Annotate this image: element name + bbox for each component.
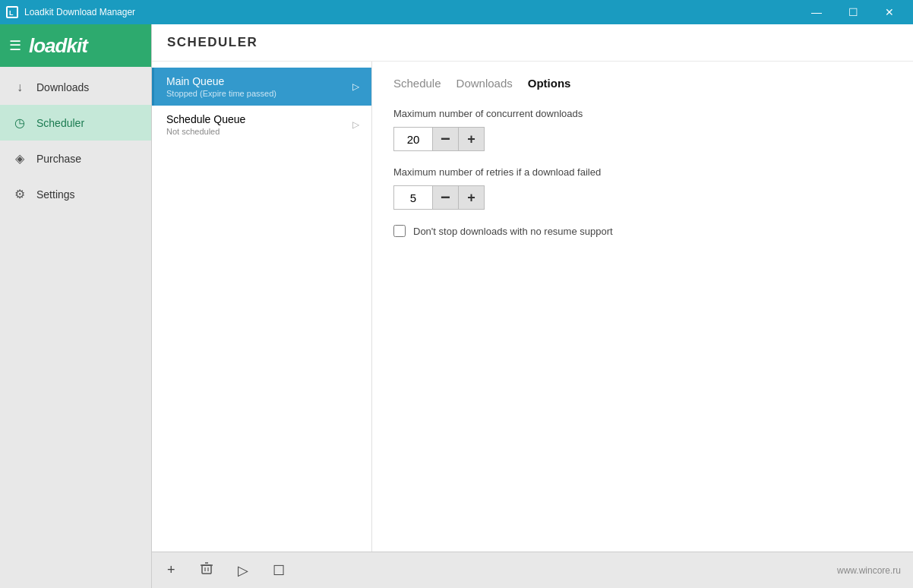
retries-increment-button[interactable]: +	[459, 185, 485, 210]
queue-panel: Main Queue Stopped (Expire time passed) …	[152, 62, 372, 552]
queue-item-info-schedule: Schedule Queue Not scheduled	[166, 113, 352, 136]
tab-downloads[interactable]: Downloads	[456, 77, 513, 93]
sidebar-item-downloads[interactable]: ↓ Downloads	[0, 70, 151, 105]
queue-item-main[interactable]: Main Queue Stopped (Expire time passed) …	[152, 68, 371, 106]
queue-item-name-schedule: Schedule Queue	[166, 113, 352, 125]
stop-button[interactable]: ☐	[270, 558, 288, 582]
logo-text: loadkit	[29, 34, 87, 58]
queue-item-status-main: Stopped (Expire time passed)	[166, 89, 352, 98]
tab-schedule[interactable]: Schedule	[393, 77, 441, 93]
svg-text:L: L	[9, 9, 14, 17]
retries-counter: − +	[393, 185, 892, 210]
titlebar: L Loadkit Download Manager — ☐ ✕	[0, 0, 913, 24]
toolbar-left: + ▷ ☐	[164, 558, 288, 582]
no-resume-row: Don't stop downloads with no resume supp…	[393, 225, 892, 237]
sidebar-label-settings: Settings	[36, 188, 75, 201]
queue-item-arrow-main: ▷	[352, 81, 359, 92]
options-panel: Maximum number of concurrent downloads −…	[393, 108, 892, 237]
sidebar-item-settings[interactable]: ⚙ Settings	[0, 176, 151, 212]
settings-icon: ⚙	[12, 187, 27, 201]
queue-item-name-main: Main Queue	[166, 75, 352, 87]
no-resume-checkbox[interactable]	[393, 225, 406, 237]
retries-input[interactable]	[393, 185, 433, 210]
concurrent-increment-button[interactable]: +	[459, 127, 485, 151]
retries-decrement-button[interactable]: −	[433, 185, 459, 210]
concurrent-decrement-button[interactable]: −	[433, 127, 459, 151]
retries-label: Maximum number of retries if a download …	[393, 166, 892, 178]
purchase-icon: ◈	[12, 151, 27, 166]
page-title: SCHEDULER	[167, 35, 257, 49]
add-button[interactable]: +	[164, 558, 178, 582]
hamburger-icon[interactable]: ☰	[9, 37, 21, 54]
sidebar-label-scheduler: Scheduler	[36, 117, 84, 129]
sidebar-header: ☰ loadkit	[0, 24, 151, 67]
sidebar: ☰ loadkit ↓ Downloads ◷ Scheduler ◈ Purc…	[0, 24, 152, 588]
watermark: www.wincore.ru	[837, 565, 901, 576]
queue-item-status-schedule: Not scheduled	[166, 127, 352, 136]
app-icon: L	[6, 6, 18, 18]
detail-panel: Schedule Downloads Options Maximum numbe…	[372, 62, 913, 552]
bottom-toolbar: + ▷ ☐ www.wincore.ru	[152, 552, 913, 588]
scheduler-icon: ◷	[12, 115, 27, 130]
queue-item-info-main: Main Queue Stopped (Expire time passed)	[166, 75, 352, 98]
delete-button[interactable]	[197, 558, 216, 582]
concurrent-counter: − +	[393, 127, 892, 151]
concurrent-input[interactable]	[393, 127, 433, 151]
tab-options[interactable]: Options	[528, 77, 571, 93]
content-body: Main Queue Stopped (Expire time passed) …	[152, 62, 913, 552]
main-content: SCHEDULER Main Queue Stopped (Expire tim…	[152, 24, 913, 588]
downloads-icon: ↓	[12, 81, 27, 94]
svg-rect-2	[202, 565, 211, 574]
concurrent-label: Maximum number of concurrent downloads	[393, 108, 892, 119]
sidebar-item-purchase[interactable]: ◈ Purchase	[0, 141, 151, 176]
queue-item-schedule[interactable]: Schedule Queue Not scheduled ▷	[152, 106, 371, 144]
tabs: Schedule Downloads Options	[393, 77, 892, 93]
app-body: ☰ loadkit ↓ Downloads ◷ Scheduler ◈ Purc…	[0, 24, 913, 588]
page-header: SCHEDULER	[152, 24, 913, 62]
sidebar-item-scheduler[interactable]: ◷ Scheduler	[0, 105, 151, 141]
queue-item-arrow-schedule: ▷	[352, 119, 359, 130]
no-resume-label: Don't stop downloads with no resume supp…	[413, 226, 613, 237]
titlebar-left: L Loadkit Download Manager	[6, 6, 135, 18]
minimize-button[interactable]: —	[799, 0, 834, 24]
titlebar-controls: — ☐ ✕	[799, 0, 907, 24]
close-button[interactable]: ✕	[872, 0, 907, 24]
maximize-button[interactable]: ☐	[836, 0, 870, 24]
sidebar-label-downloads: Downloads	[36, 81, 89, 93]
play-button[interactable]: ▷	[235, 558, 251, 582]
sidebar-label-purchase: Purchase	[36, 153, 81, 165]
trash-icon	[200, 561, 213, 575]
sidebar-nav: ↓ Downloads ◷ Scheduler ◈ Purchase ⚙ Set…	[0, 67, 151, 588]
titlebar-title: Loadkit Download Manager	[24, 7, 135, 17]
